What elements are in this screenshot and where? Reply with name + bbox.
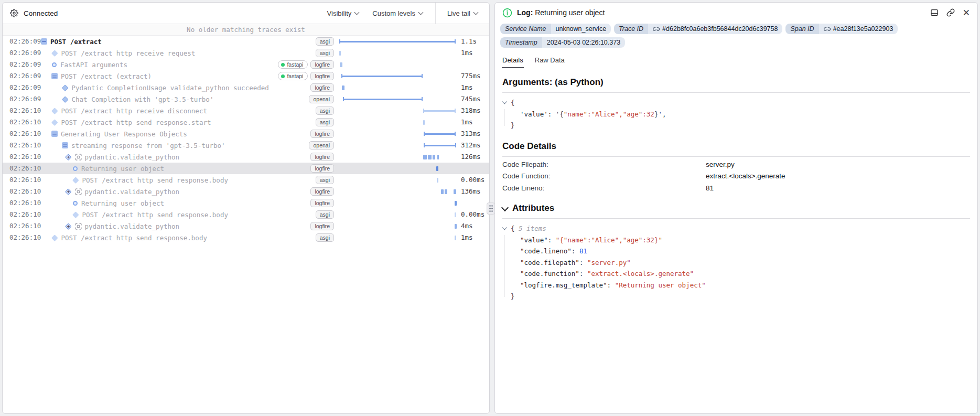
link-icon [653,26,660,33]
row-timestamp: 02:26:10 [9,128,41,140]
row-timestamp: 02:26:09 [9,70,41,82]
row-timestamp: 02:26:10 [9,140,41,151]
trace-row[interactable]: 02:26:10streaming response from 'gpt-3.5… [3,140,489,151]
row-tags: asgi [316,36,334,47]
tag-fastapi: fastapi [278,72,308,81]
row-tags: fastapilogfire [278,70,334,82]
trace-row[interactable]: 02:26:10+pydantic.validate_pythonlogfire… [3,151,489,163]
row-duration-track [339,232,457,243]
span-diamond-icon [51,50,58,56]
trace-row[interactable]: 02:26:10POST /extract http send response… [3,116,489,128]
green-dot-icon [281,74,285,78]
detail-panel: Log: Returning user object ✕ Service Nam… [494,2,978,414]
row-duration-track [339,70,457,82]
trace-panel: Connected Visibility Custom levels Live … [2,2,490,414]
code-line: { [502,97,970,109]
trace-row[interactable]: 02:26:09FastAPI argumentsfastapilogfire [3,59,489,70]
row-duration-track [339,82,457,93]
row-timestamp: 02:26:10 [9,163,41,174]
span-diamond-plus-icon: + [65,188,71,195]
span-diamond-icon [51,108,58,114]
code-detail-label: Code Function: [502,170,706,183]
visibility-dropdown[interactable]: Visibility [327,9,359,17]
row-tags: fastapilogfire [278,59,334,70]
copy-link-icon[interactable] [946,8,955,17]
collapse-chevron-icon[interactable] [502,99,507,104]
row-label: POST /extract http send response.body [72,209,228,220]
duration-bar [423,109,456,113]
badge-trace-id[interactable]: Trace ID#d62b8fc0a6eb3fb56844dc20d6c3975… [614,24,782,34]
row-duration: 0.00ms [461,209,484,220]
row-label: POST /extract http receive disconnect [51,105,207,116]
custom-levels-dropdown[interactable]: Custom levels [372,9,423,17]
row-tags: asgi [316,174,334,186]
tab-raw-data[interactable]: Raw Data [534,52,565,68]
tag-asgi: asgi [316,210,334,219]
badge-value: #ea28f13e5a022903 [819,24,898,34]
panel-resize-handle[interactable] [487,202,495,215]
trace-row[interactable]: 02:26:10Returning user objectlogfire [3,163,489,174]
tag-openai: openai [309,141,334,150]
tag-logfire: logfire [310,164,334,173]
duration-bar-segment [339,51,341,56]
repr-scan-icon [75,188,82,195]
row-timestamp: 02:26:10 [9,209,41,220]
row-tags: logfire [310,128,334,140]
trace-row[interactable]: 02:26:10POST /extract http send response… [3,174,489,186]
logfire-app: Connected Visibility Custom levels Live … [0,0,980,416]
row-duration-track [339,105,457,116]
dock-panel-icon[interactable] [930,8,939,17]
span-meta-badges: Service Nameunknown_serviceTrace ID#d62b… [495,23,956,48]
close-icon[interactable]: ✕ [963,8,970,17]
row-timestamp: 02:26:10 [9,186,41,197]
row-label: Pydantic CompletionUsage validate_python… [62,82,269,93]
badge-value: unknown_service [551,24,611,34]
span-diamond-icon [72,177,79,183]
badge-label: Trace ID [614,24,648,34]
collapse-chevron-icon[interactable] [502,225,507,230]
trace-row[interactable]: 02:26:10POST /extract http send response… [3,209,489,220]
row-tags: logfire [310,82,334,93]
trace-row[interactable]: 02:26:10POST /extract http receive disco… [3,105,489,116]
badge-span-id[interactable]: Span ID#ea28f13e5a022903 [785,24,898,34]
badge-label: Span ID [785,24,819,34]
duration-bar-segment [455,224,457,229]
code-detail-value: server.py [706,159,735,171]
trace-row[interactable]: 02:26:10+pydantic.validate_pythonlogfire… [3,220,489,232]
row-duration-track [339,36,457,47]
collapse-span-icon[interactable] [41,38,47,45]
row-timestamp: 02:26:10 [9,174,41,186]
trace-row[interactable]: 02:26:09POST /extractasgi1.1s [3,36,489,47]
span-diamond-icon [51,119,58,125]
span-diamond-icon [51,234,58,241]
trace-row[interactable]: 02:26:10+pydantic.validate_pythonlogfire… [3,186,489,197]
tag-logfire: logfire [310,83,334,92]
row-tags: asgi [316,232,334,243]
duration-bar-segment [441,189,444,194]
badge-label: Timestamp [500,37,542,48]
trace-row[interactable]: 02:26:10Returning user objectlogfire [3,197,489,209]
tag-openai: openai [309,95,334,104]
trace-row[interactable]: 02:26:09Pydantic CompletionUsage validat… [3,82,489,93]
trace-row[interactable]: 02:26:09POST /extract http receive reque… [3,47,489,59]
trace-row[interactable]: 02:26:10Generating User Response Objects… [3,128,489,140]
gear-icon[interactable] [10,9,18,17]
span-with-children-icon [51,73,58,79]
grip-dots-icon [489,205,493,212]
chevron-down-icon [418,10,423,15]
row-label: POST /extract (extract) [51,70,152,82]
duration-bar-segment [340,62,342,67]
no-older-traces-notice: No older matching traces exist [3,24,489,36]
tab-details[interactable]: Details [502,52,524,68]
span-with-children-icon [51,131,58,137]
trace-row[interactable]: 02:26:09POST /extract (extract)fastapilo… [3,70,489,82]
tag-logfire: logfire [310,153,334,162]
row-duration: 0.00ms [461,174,484,186]
duration-bar-segment [455,201,457,206]
collapse-chevron-icon[interactable] [501,204,509,211]
live-tail-dropdown[interactable]: Live tail [436,9,489,17]
row-timestamp: 02:26:09 [9,93,41,105]
trace-row[interactable]: 02:26:10POST /extract http send response… [3,232,489,243]
row-label: +pydantic.validate_python [65,151,179,163]
trace-row[interactable]: 02:26:09Chat Completion with 'gpt-3.5-tu… [3,93,489,105]
